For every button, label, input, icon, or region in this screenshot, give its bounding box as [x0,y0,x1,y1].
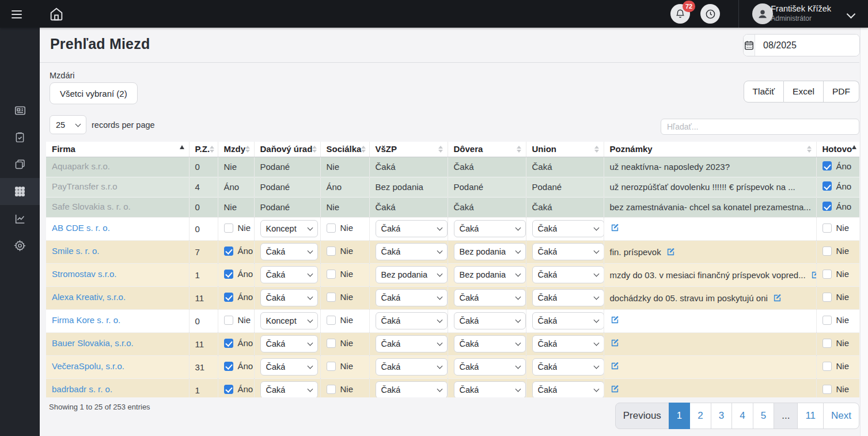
pagination-[interactable]: ... [774,403,798,429]
mzdy-checkbox[interactable] [224,316,233,325]
edit-note-icon[interactable] [610,384,620,394]
status-select[interactable]: Koncept [260,220,318,237]
status-select[interactable]: Čaká [454,335,526,352]
status-select[interactable]: Čaká [376,358,448,376]
status-select[interactable]: Čaká [454,220,526,237]
hotovo-checkbox[interactable] [822,316,832,325]
sidebar-item-clipboard[interactable] [0,124,40,151]
mzdy-checkbox[interactable] [224,247,233,256]
socialka-checkbox[interactable] [327,247,336,256]
status-select[interactable]: Čaká [376,243,448,260]
status-select[interactable]: Čaká [376,381,448,397]
print-button[interactable]: Tlačiť [744,81,784,103]
select-all-button[interactable]: Všetci vybraní (2) [50,82,138,104]
status-select[interactable]: Čaká [376,335,448,352]
sidebar-item-settings[interactable] [0,232,40,259]
status-select[interactable]: Čaká [532,289,604,306]
status-select[interactable]: Čaká [532,266,604,283]
status-select[interactable]: Čaká [260,358,318,376]
edit-note-icon[interactable] [772,293,782,303]
socialka-checkbox[interactable] [327,223,336,233]
pagination-2[interactable]: 2 [689,403,711,429]
edit-note-icon[interactable] [610,223,620,233]
edit-note-icon[interactable] [666,247,676,257]
hotovo-checkbox[interactable] [822,362,832,371]
company-name[interactable]: Stromostav s.r.o. [52,269,117,279]
hotovo-checkbox[interactable] [822,161,832,170]
status-select[interactable]: Čaká [532,312,604,329]
status-select[interactable]: Čaká [532,243,604,260]
hotovo-checkbox[interactable] [822,385,832,394]
pagination-previous[interactable]: Previous [615,403,669,429]
pagination-next[interactable]: Next [823,403,859,429]
sidebar-item-grid-active[interactable] [0,178,40,205]
hotovo-checkbox[interactable] [822,223,832,233]
mzdy-checkbox[interactable] [224,362,233,371]
socialka-checkbox[interactable] [327,316,336,325]
mzdy-checkbox[interactable] [224,223,233,233]
socialka-checkbox[interactable] [327,339,336,348]
hotovo-checkbox[interactable] [822,247,832,256]
column-header-firma[interactable]: Firma [46,142,189,157]
hotovo-checkbox[interactable] [822,202,832,211]
sidebar-item-card[interactable] [0,97,40,124]
edit-note-icon[interactable] [810,270,816,280]
sidebar-item-chart[interactable] [0,205,40,232]
column-header-da-ov-rad[interactable]: Daňový úrad [254,142,320,157]
hotovo-checkbox[interactable] [822,181,832,191]
hotovo-checkbox[interactable] [822,339,832,348]
column-header-union[interactable]: Union [526,142,604,157]
avatar[interactable] [752,3,773,24]
status-select[interactable]: Čaká [532,381,604,397]
pdf-button[interactable]: PDF [824,81,859,103]
status-select[interactable]: Čaká [454,358,526,376]
status-select[interactable]: Čaká [454,312,526,329]
status-select[interactable]: Čaká [454,381,526,397]
status-select[interactable]: Bez podania [376,266,448,283]
pagination-11[interactable]: 11 [797,403,824,429]
hotovo-checkbox[interactable] [822,270,832,279]
status-select[interactable]: Čaká [376,220,448,237]
user-block[interactable]: František Křížek Administrátor [771,4,831,22]
company-name[interactable]: Alexa Kreativ, s.r.o. [52,292,126,302]
column-header-hotovo[interactable]: Hotovo [816,142,859,157]
column-header-v-zp[interactable]: VšZP [369,142,448,157]
pagination-4[interactable]: 4 [731,403,753,429]
page-size-select[interactable]: 25 [50,115,86,134]
status-select[interactable]: Bez podania [454,243,526,260]
socialka-checkbox[interactable] [327,362,336,371]
status-select[interactable]: Čaká [532,358,604,376]
status-select[interactable]: Bez podania [454,266,526,283]
pagination-5[interactable]: 5 [753,403,774,429]
edit-note-icon[interactable] [610,315,620,325]
status-select[interactable]: Čaká [260,243,318,260]
socialka-checkbox[interactable] [327,270,336,279]
company-name[interactable]: VečeraSpolu, s.r.o. [52,361,124,371]
clock-icon[interactable] [700,4,720,24]
column-header-p-z-[interactable]: P.Z. [189,142,218,157]
status-select[interactable]: Čaká [454,289,526,306]
status-select[interactable]: Čaká [376,289,448,306]
mzdy-checkbox[interactable] [224,293,233,302]
status-select[interactable]: Čaká [260,335,318,352]
column-header-pozn-mky[interactable]: Poznámky [604,142,816,157]
status-select[interactable]: Čaká [260,266,318,283]
company-name[interactable]: AB CDE s. r. o. [52,223,110,233]
scrollbar-track[interactable] [860,28,868,436]
hamburger-icon[interactable] [12,8,26,20]
excel-button[interactable]: Excel [784,81,824,103]
status-select[interactable]: Čaká [260,381,318,397]
mzdy-checkbox[interactable] [224,385,233,394]
mzdy-checkbox[interactable] [224,339,233,348]
column-header-mzdy[interactable]: Mzdy [218,142,254,157]
sidebar-item-copy[interactable] [0,151,40,178]
period-input[interactable] [755,35,860,56]
socialka-checkbox[interactable] [327,385,336,394]
hotovo-checkbox[interactable] [822,293,832,302]
status-select[interactable]: Čaká [532,335,604,352]
search-input[interactable] [661,119,859,135]
company-name[interactable]: Bauer Slovakia, s.r.o. [52,338,134,348]
column-header-d-vera[interactable]: Dôvera [448,142,526,157]
company-name[interactable]: Smile s. r. o. [52,246,100,256]
mzdy-checkbox[interactable] [224,270,233,279]
